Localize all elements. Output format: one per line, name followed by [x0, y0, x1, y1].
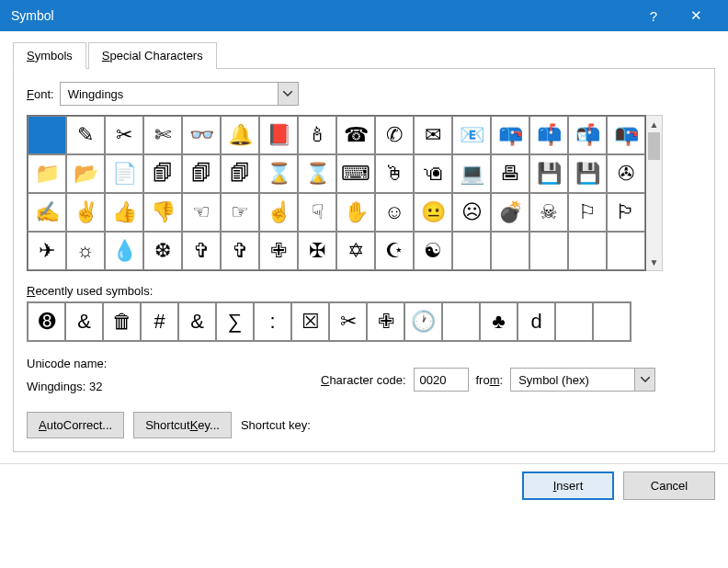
symbol-cell[interactable]: ✋: [336, 193, 375, 232]
recent-cell[interactable]: [593, 302, 631, 341]
symbol-cell[interactable]: 🖲: [414, 154, 452, 193]
recent-cell[interactable]: ➑: [28, 302, 65, 341]
recent-cell[interactable]: &: [178, 302, 216, 341]
scroll-thumb[interactable]: [648, 132, 660, 160]
from-select[interactable]: Symbol (hex): [510, 368, 655, 392]
scroll-track[interactable]: [646, 132, 662, 254]
symbol-cell[interactable]: ✞: [221, 232, 259, 270]
symbol-cell[interactable]: [28, 116, 66, 154]
recent-cell[interactable]: #: [141, 302, 178, 341]
symbol-cell[interactable]: ✈: [28, 232, 66, 270]
tab-symbols[interactable]: Symbols: [13, 42, 86, 69]
symbol-cell[interactable]: 🖶: [491, 154, 529, 193]
symbol-cell[interactable]: 🖰: [375, 154, 414, 193]
font-select[interactable]: Wingdings: [60, 82, 299, 106]
symbol-cell[interactable]: 🕯: [298, 116, 336, 154]
symbol-cell[interactable]: ☜: [182, 193, 221, 232]
symbol-cell[interactable]: ❆: [143, 232, 182, 270]
char-code-input[interactable]: [414, 368, 469, 392]
symbol-cell[interactable]: ⌛: [298, 154, 336, 193]
window-title: Symbol: [11, 8, 632, 23]
symbol-cell[interactable]: 📭: [607, 116, 645, 154]
tab-special-characters[interactable]: Special Characters: [88, 42, 217, 69]
symbol-cell[interactable]: [491, 232, 529, 270]
symbol-cell[interactable]: 🗐: [182, 154, 221, 193]
symbol-cell[interactable]: ✡: [336, 232, 375, 270]
autocorrect-button[interactable]: AutoCorrect...: [27, 412, 124, 438]
symbol-cell[interactable]: ☎: [336, 116, 375, 154]
symbol-cell[interactable]: ☞: [221, 193, 259, 232]
symbol-cell[interactable]: 💣: [491, 193, 529, 232]
recent-cell[interactable]: &: [65, 302, 103, 341]
symbol-cell[interactable]: 🗐: [221, 154, 259, 193]
symbol-cell[interactable]: 😐: [414, 193, 452, 232]
symbol-cell[interactable]: 📁: [28, 154, 66, 193]
recent-cell[interactable]: [555, 302, 593, 341]
symbol-cell[interactable]: ✠: [298, 232, 336, 270]
recent-cell[interactable]: ∑: [216, 302, 254, 341]
shortcut-key-label: Shortcut key:: [241, 418, 311, 432]
cancel-button[interactable]: Cancel: [623, 471, 715, 500]
symbol-cell[interactable]: ☯: [414, 232, 452, 270]
symbol-cell[interactable]: ☟: [298, 193, 336, 232]
recent-cell[interactable]: ✂: [329, 302, 367, 341]
symbol-cell[interactable]: 📫: [529, 116, 568, 154]
symbol-cell[interactable]: ✌: [66, 193, 105, 232]
help-button[interactable]: ?: [632, 0, 675, 31]
symbol-cell[interactable]: [568, 232, 607, 270]
recent-cell[interactable]: ✙: [367, 302, 404, 341]
symbol-cell[interactable]: 📪: [491, 116, 529, 154]
chevron-down-icon[interactable]: [278, 83, 298, 105]
symbol-cell[interactable]: 📕: [259, 116, 298, 154]
symbol-cell[interactable]: 🏳: [607, 193, 645, 232]
scroll-up-icon[interactable]: ▲: [646, 116, 662, 132]
symbol-cell[interactable]: 👓: [182, 116, 221, 154]
symbol-cell[interactable]: ⌛: [259, 154, 298, 193]
symbol-cell[interactable]: ✞: [182, 232, 221, 270]
symbol-cell[interactable]: 👎: [143, 193, 182, 232]
shortcut-key-button[interactable]: Shortcut Key...: [133, 412, 232, 438]
recent-cell[interactable]: 🕐: [404, 302, 442, 341]
symbol-cell[interactable]: ✇: [607, 154, 645, 193]
scrollbar[interactable]: ▲ ▼: [646, 115, 663, 271]
recent-cell[interactable]: ♣: [480, 302, 518, 341]
symbol-cell[interactable]: ✆: [375, 116, 414, 154]
symbol-cell[interactable]: 💧: [105, 232, 143, 270]
symbol-cell[interactable]: ✉: [414, 116, 452, 154]
symbol-cell[interactable]: ✙: [259, 232, 298, 270]
symbol-cell[interactable]: 🗐: [143, 154, 182, 193]
symbol-cell[interactable]: 📄: [105, 154, 143, 193]
symbol-cell[interactable]: ✎: [66, 116, 105, 154]
recent-cell[interactable]: ☒: [291, 302, 329, 341]
symbol-cell[interactable]: 💾: [529, 154, 568, 193]
symbol-cell[interactable]: ☼: [66, 232, 105, 270]
symbol-cell[interactable]: 💾: [568, 154, 607, 193]
symbol-cell[interactable]: 📧: [452, 116, 491, 154]
symbol-cell[interactable]: ⚐: [568, 193, 607, 232]
symbol-cell[interactable]: 👍: [105, 193, 143, 232]
symbol-cell[interactable]: ⌨: [336, 154, 375, 193]
symbol-cell[interactable]: [529, 232, 568, 270]
symbol-cell[interactable]: ☝: [259, 193, 298, 232]
recent-cell[interactable]: 🗑: [103, 302, 141, 341]
insert-button[interactable]: Insert: [522, 471, 614, 500]
symbol-cell[interactable]: ☹: [452, 193, 491, 232]
symbol-cell[interactable]: ☠: [529, 193, 568, 232]
close-button[interactable]: ✕: [675, 0, 717, 31]
chevron-down-icon[interactable]: [634, 369, 654, 391]
symbol-cell[interactable]: 📬: [568, 116, 607, 154]
recent-cell[interactable]: d: [518, 302, 555, 341]
recent-cell[interactable]: :: [254, 302, 291, 341]
scroll-down-icon[interactable]: ▼: [646, 254, 662, 270]
symbol-cell[interactable]: 🔔: [221, 116, 259, 154]
symbol-cell[interactable]: [607, 232, 645, 270]
symbol-cell[interactable]: 💻: [452, 154, 491, 193]
symbol-cell[interactable]: [452, 232, 491, 270]
symbol-cell[interactable]: ☺: [375, 193, 414, 232]
symbol-cell[interactable]: ✍: [28, 193, 66, 232]
recent-cell[interactable]: [442, 302, 480, 341]
symbol-cell[interactable]: ✄: [143, 116, 182, 154]
symbol-cell[interactable]: ☪: [375, 232, 414, 270]
symbol-cell[interactable]: ✂: [105, 116, 143, 154]
symbol-cell[interactable]: 📂: [66, 154, 105, 193]
